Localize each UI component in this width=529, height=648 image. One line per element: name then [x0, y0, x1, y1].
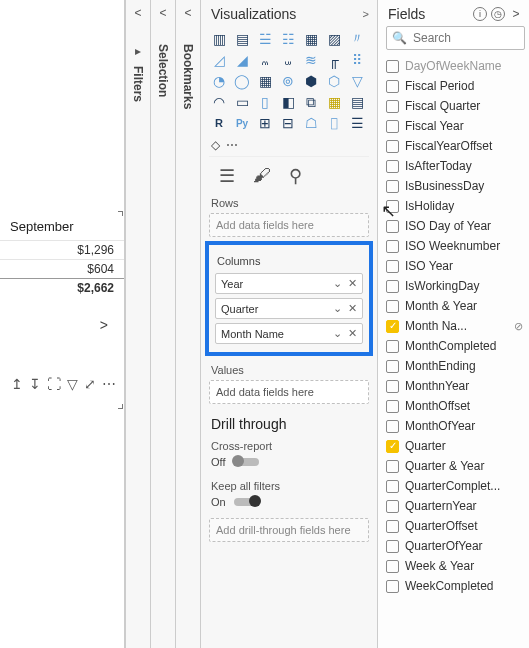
- field-checkbox[interactable]: [386, 120, 399, 133]
- search-input-wrapper[interactable]: 🔍: [386, 26, 525, 50]
- field-item[interactable]: QuarterOffset: [384, 516, 525, 536]
- field-checkbox[interactable]: [386, 160, 399, 173]
- line-stacked-icon[interactable]: ⩋: [255, 51, 275, 69]
- report-canvas[interactable]: September $1,296 $604 $2,662 > ↥ ↧ ⛶ ▽ ⤢…: [0, 0, 125, 648]
- keep-filters-toggle[interactable]: [234, 498, 260, 506]
- field-item[interactable]: IsWorkingDay: [384, 276, 525, 296]
- chevron-right-icon[interactable]: >: [509, 7, 523, 21]
- field-item[interactable]: FiscalYearOffset: [384, 136, 525, 156]
- chevron-left-icon[interactable]: <: [184, 6, 191, 20]
- chevron-left-icon[interactable]: <: [134, 6, 141, 20]
- clock-icon[interactable]: ◷: [491, 7, 505, 21]
- field-checkbox[interactable]: [386, 360, 399, 373]
- more-visuals-icon[interactable]: ⋯: [226, 138, 238, 152]
- field-item[interactable]: MonthEnding: [384, 356, 525, 376]
- field-checkbox[interactable]: [386, 440, 399, 453]
- field-item[interactable]: MonthOffset: [384, 396, 525, 416]
- remove-field-icon[interactable]: ✕: [348, 302, 357, 315]
- clustered-bar-icon[interactable]: ☱: [255, 30, 275, 48]
- field-item[interactable]: IsHoliday: [384, 196, 525, 216]
- funnel-icon[interactable]: ▽: [347, 72, 367, 90]
- multi-card-icon[interactable]: ▯: [255, 93, 275, 111]
- search-input[interactable]: [411, 30, 519, 46]
- field-item[interactable]: DayOfWeekName: [384, 56, 525, 76]
- field-item[interactable]: Fiscal Period: [384, 76, 525, 96]
- stacked-column-icon[interactable]: ▤: [232, 30, 252, 48]
- chevron-down-icon[interactable]: ⌄: [333, 277, 342, 290]
- field-checkbox[interactable]: [386, 560, 399, 573]
- matrix-icon[interactable]: ▤: [347, 93, 367, 111]
- smart-narrative-icon[interactable]: ⌷: [324, 114, 344, 132]
- stacked-bar-icon[interactable]: ▥: [209, 30, 229, 48]
- field-item[interactable]: Quarter & Year: [384, 456, 525, 476]
- python-visual-icon[interactable]: Py: [232, 114, 252, 132]
- visual-handle-br[interactable]: [118, 404, 123, 409]
- field-item[interactable]: Fiscal Quarter: [384, 96, 525, 116]
- line-clustered-icon[interactable]: ⩊: [278, 51, 298, 69]
- hundred-column-icon[interactable]: ▨: [324, 30, 344, 48]
- expand-all-icon[interactable]: ⛶: [47, 376, 61, 392]
- decomposition-icon[interactable]: ⊟: [278, 114, 298, 132]
- map-icon[interactable]: ⊚: [278, 72, 298, 90]
- card-icon[interactable]: ▭: [232, 93, 252, 111]
- ribbon-chart-icon[interactable]: ≋: [301, 51, 321, 69]
- field-checkbox[interactable]: [386, 240, 399, 253]
- field-checkbox[interactable]: [386, 180, 399, 193]
- donut-chart-icon[interactable]: ◯: [232, 72, 252, 90]
- gauge-icon[interactable]: ◠: [209, 93, 229, 111]
- field-item[interactable]: Month Na...⊘: [384, 316, 525, 336]
- remove-field-icon[interactable]: ✕: [348, 277, 357, 290]
- field-checkbox[interactable]: [386, 460, 399, 473]
- field-item[interactable]: Quarter: [384, 436, 525, 456]
- field-checkbox[interactable]: [386, 100, 399, 113]
- field-checkbox[interactable]: [386, 380, 399, 393]
- field-checkbox[interactable]: [386, 400, 399, 413]
- field-checkbox[interactable]: [386, 320, 399, 333]
- chevron-left-icon[interactable]: <: [159, 6, 166, 20]
- qa-visual-icon[interactable]: ☖: [301, 114, 321, 132]
- filters-pane-collapsed[interactable]: < ▸ Filters: [125, 0, 150, 648]
- field-item[interactable]: ISO Weeknumber: [384, 236, 525, 256]
- hundred-bar-icon[interactable]: ▦: [301, 30, 321, 48]
- field-checkbox[interactable]: [386, 340, 399, 353]
- treemap-icon[interactable]: ▦: [255, 72, 275, 90]
- field-checkbox[interactable]: [386, 200, 399, 213]
- field-checkbox[interactable]: [386, 580, 399, 593]
- format-tab-icon[interactable]: 🖌: [253, 165, 271, 187]
- field-item[interactable]: ISO Year: [384, 256, 525, 276]
- fields-tab-icon[interactable]: ☰: [219, 165, 235, 187]
- field-item[interactable]: QuarterComplet...: [384, 476, 525, 496]
- kpi-icon[interactable]: ◧: [278, 93, 298, 111]
- field-checkbox[interactable]: [386, 60, 399, 73]
- field-checkbox[interactable]: [386, 480, 399, 493]
- focus-mode-icon[interactable]: ⤢: [84, 376, 96, 392]
- values-field-well[interactable]: Add data fields here: [209, 380, 369, 404]
- chevron-right-icon[interactable]: >: [363, 8, 369, 20]
- field-pill-month-name[interactable]: Month Name ⌄ ✕: [215, 323, 363, 344]
- cross-report-toggle[interactable]: [233, 458, 259, 466]
- chevron-down-icon[interactable]: ⌄: [333, 302, 342, 315]
- area-chart-icon[interactable]: ◿: [209, 51, 229, 69]
- filter-icon[interactable]: ▽: [67, 376, 78, 392]
- shape-map-icon[interactable]: ⬡: [324, 72, 344, 90]
- field-pill-year[interactable]: Year ⌄ ✕: [215, 273, 363, 294]
- field-checkbox[interactable]: [386, 280, 399, 293]
- scatter-icon[interactable]: ⠿: [347, 51, 367, 69]
- field-item[interactable]: MonthnYear: [384, 376, 525, 396]
- field-checkbox[interactable]: [386, 420, 399, 433]
- field-item[interactable]: IsBusinessDay: [384, 176, 525, 196]
- custom-visual-icon[interactable]: ◇: [211, 138, 220, 152]
- paginated-icon[interactable]: ☰: [347, 114, 367, 132]
- field-item[interactable]: MonthOfYear: [384, 416, 525, 436]
- drill-down-icon[interactable]: ↧: [29, 376, 41, 392]
- field-checkbox[interactable]: [386, 300, 399, 313]
- field-item[interactable]: ISO Day of Year: [384, 216, 525, 236]
- expand-indicator[interactable]: >: [0, 297, 124, 333]
- line-chart-icon[interactable]: 〃: [347, 30, 367, 48]
- clustered-column-icon[interactable]: ☷: [278, 30, 298, 48]
- info-icon[interactable]: i: [473, 7, 487, 21]
- pie-chart-icon[interactable]: ◔: [209, 72, 229, 90]
- key-influencers-icon[interactable]: ⊞: [255, 114, 275, 132]
- drill-up-icon[interactable]: ↥: [11, 376, 23, 392]
- field-item[interactable]: Fiscal Year: [384, 116, 525, 136]
